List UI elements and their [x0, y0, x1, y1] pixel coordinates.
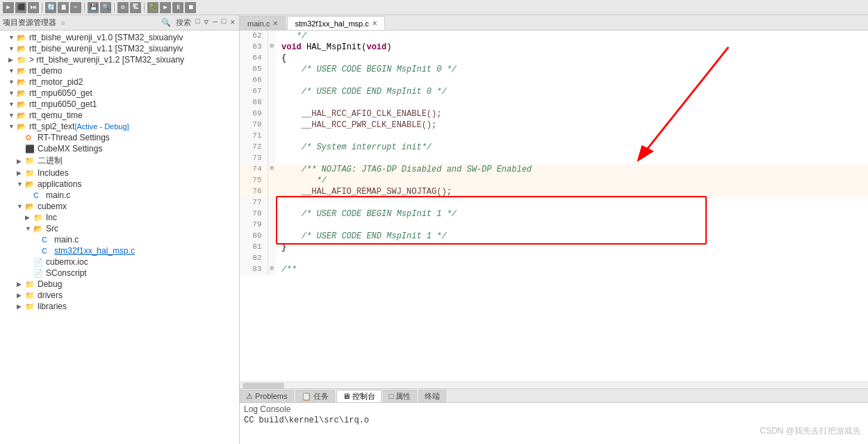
tree-item[interactable]: ▼📂rtt_qemu_time — [0, 110, 239, 121]
toolbar-icon-3[interactable]: ⏭ — [28, 2, 39, 13]
toolbar-icon-stop[interactable]: ⏹ — [185, 2, 196, 13]
tree-item[interactable]: ▼📂cubemx — [0, 201, 239, 212]
tree-item-label: Includes — [38, 168, 69, 178]
tree-item[interactable]: ▼📂rtt_mpu6050_get — [0, 88, 239, 99]
tree-item[interactable]: 📄cubemx.ioc — [0, 256, 239, 268]
tree-item[interactable]: ▶📁libraries — [0, 301, 239, 312]
line-content — [276, 253, 868, 264]
toolbar-icon-debug[interactable]: 🐛 — [147, 2, 158, 13]
code-line: 78 /* USER CODE BEGIN MspInit 1 */ — [240, 208, 868, 220]
bottom-tab[interactable]: ⚠ Problems — [240, 390, 294, 402]
tree-arrow-icon[interactable]: ▼ — [8, 67, 17, 74]
tree-file-icon: 📂 — [17, 67, 28, 76]
tree-arrow-icon[interactable]: ▶ — [17, 281, 25, 288]
tree-arrow-icon[interactable]: ▶ — [8, 56, 17, 63]
tree-arrow-icon[interactable]: ▼ — [8, 34, 17, 41]
line-content: /* USER CODE END MspInit 1 */ — [276, 231, 868, 242]
tree-item-label: Inc — [46, 213, 57, 222]
line-number: 73 — [240, 153, 268, 164]
scrollbar-thumb[interactable] — [243, 383, 284, 388]
tree-arrow-icon[interactable]: ▶ — [17, 158, 25, 165]
tree-item[interactable]: Cmain.c — [0, 190, 239, 201]
tree-item[interactable]: ▼📂rtt_bishe_wurenji_v1.0 [STM32_sixuanyi… — [0, 32, 239, 43]
minimize-icon[interactable]: — — [211, 17, 219, 28]
search-icon[interactable]: 🔍 搜索 — [160, 17, 193, 28]
tree-file-icon: 📁 — [25, 302, 36, 311]
tree-item[interactable]: ▶📁Inc — [0, 212, 239, 223]
editor-tab[interactable]: stm32f1xx_hal_msp.c✕ — [287, 16, 384, 30]
line-gutter — [268, 153, 276, 164]
menu-icon[interactable]: ▽ — [203, 17, 211, 28]
line-gutter: ⊕ — [268, 42, 276, 53]
active-badge: [Active - Debug] — [74, 122, 129, 131]
line-number: 71 — [240, 131, 268, 142]
tree-item[interactable]: Cstm32f1xx_hal_msp.c — [0, 245, 239, 256]
tree-arrow-icon[interactable]: ▶ — [17, 292, 25, 299]
toolbar-icon-5[interactable]: 📋 — [58, 2, 69, 13]
tree-arrow-icon[interactable]: ▶ — [17, 170, 25, 176]
tree-item[interactable]: 📄SConscript — [0, 268, 239, 279]
tree-arrow-icon[interactable]: ▼ — [8, 123, 17, 130]
tree-arrow-icon[interactable]: ▼ — [8, 112, 17, 119]
maximize-icon[interactable]: □ — [220, 17, 228, 28]
tree-item[interactable]: ▼📂rtt_mpu6050_get1 — [0, 99, 239, 110]
tree-item[interactable]: ▼📂rtt_motor_pid2 — [0, 76, 239, 88]
tree-arrow-icon[interactable]: ▼ — [8, 90, 17, 97]
toolbar-icon-6[interactable]: ✂ — [70, 2, 81, 13]
tree-arrow-icon[interactable]: ▼ — [25, 225, 33, 232]
toolbar-icon-8[interactable]: 🔍 — [100, 2, 111, 13]
tree-item[interactable]: ▼📂rtt_demo — [0, 65, 239, 76]
tree-item[interactable]: ▼📂applications — [0, 179, 239, 190]
tree-item-label: rtt_mpu6050_get1 — [29, 99, 97, 109]
tab-close-button[interactable]: ✕ — [272, 19, 278, 27]
tree-arrow-icon[interactable]: ▼ — [17, 181, 25, 188]
tree-item[interactable]: ▶📁drivers — [0, 290, 239, 301]
toolbar-icon-7[interactable]: 💾 — [88, 2, 99, 13]
bottom-tab[interactable]: □ 属性 — [383, 390, 418, 402]
toolbar-icon-run[interactable]: ▶ — [160, 2, 171, 13]
tree-item[interactable]: ▼📂rtt_bishe_wurenji_v1.1 [STM32_sixuanyi… — [0, 43, 239, 54]
bottom-tab[interactable]: 终端 — [418, 390, 446, 402]
line-gutter — [268, 86, 276, 97]
toolbar-icon-10[interactable]: 🏗 — [130, 2, 141, 13]
bottom-tab[interactable]: 📋 任务 — [295, 390, 335, 402]
editor-tab[interactable]: main.c✕ — [240, 16, 286, 30]
toolbar-icon-9[interactable]: ⚙ — [117, 2, 129, 13]
bottom-tab[interactable]: 🖥 控制台 — [336, 390, 382, 402]
line-content: __HAL_RCC_PWR_CLK_ENABLE(); — [276, 120, 868, 131]
tree-arrow-icon[interactable]: ▶ — [25, 214, 33, 221]
tab-label: stm32f1xx_hal_msp.c — [295, 19, 368, 28]
tree-arrow-icon[interactable]: ▼ — [8, 45, 17, 52]
line-number: 74 — [240, 164, 268, 175]
toolbar-icon-1[interactable]: ▶ — [3, 2, 14, 13]
tab-close-button[interactable]: ✕ — [372, 19, 377, 27]
tree-area[interactable]: ▼📂rtt_bishe_wurenji_v1.0 [STM32_sixuanyi… — [0, 31, 239, 444]
tree-item[interactable]: ▼📂Src — [0, 223, 239, 234]
toolbar-icon-2[interactable]: ⬛ — [15, 2, 26, 13]
tree-item[interactable]: ▶📁Debug — [0, 279, 239, 290]
horizontal-scrollbar[interactable] — [240, 381, 868, 388]
line-number: 79 — [240, 220, 268, 231]
tree-arrow-icon[interactable]: ▼ — [17, 203, 25, 210]
line-gutter — [268, 108, 276, 120]
tree-item[interactable]: Cmain.c — [0, 234, 239, 245]
toolbar-icon-pause[interactable]: ⏸ — [172, 2, 183, 13]
line-number: 66 — [240, 75, 268, 86]
tree-item[interactable]: ▶📁Includes — [0, 167, 239, 179]
line-content: /* System interrupt init*/ — [276, 142, 868, 153]
toolbar-icon-4[interactable]: 🔄 — [45, 2, 56, 13]
tree-file-icon: ⬛ — [25, 145, 36, 154]
tree-arrow-icon[interactable]: ▶ — [17, 303, 25, 310]
tree-item[interactable]: ▶📁二进制 — [0, 154, 239, 167]
line-number: 76 — [240, 186, 268, 197]
tree-item[interactable]: ⬛CubeMX Settings — [0, 143, 239, 154]
tree-item[interactable]: ⚙RT-Thread Settings — [0, 132, 239, 143]
tree-item[interactable]: ▶📁> rtt_bishe_wurenji_v1.2 [STM32_sixuan… — [0, 54, 239, 65]
close-icon[interactable]: ✕ — [229, 17, 236, 28]
tree-item[interactable]: ▼📂rtt_spi2_text [Active - Debug] — [0, 121, 239, 132]
tree-arrow-icon[interactable]: ▼ — [8, 79, 17, 85]
tree-arrow-icon[interactable]: ▼ — [8, 101, 17, 108]
code-area[interactable]: 62 */63⊕void HAL_MspInit(void)64{65 /* U… — [240, 31, 868, 381]
line-gutter — [268, 175, 276, 186]
collapse-icon[interactable]: □ — [194, 17, 202, 28]
